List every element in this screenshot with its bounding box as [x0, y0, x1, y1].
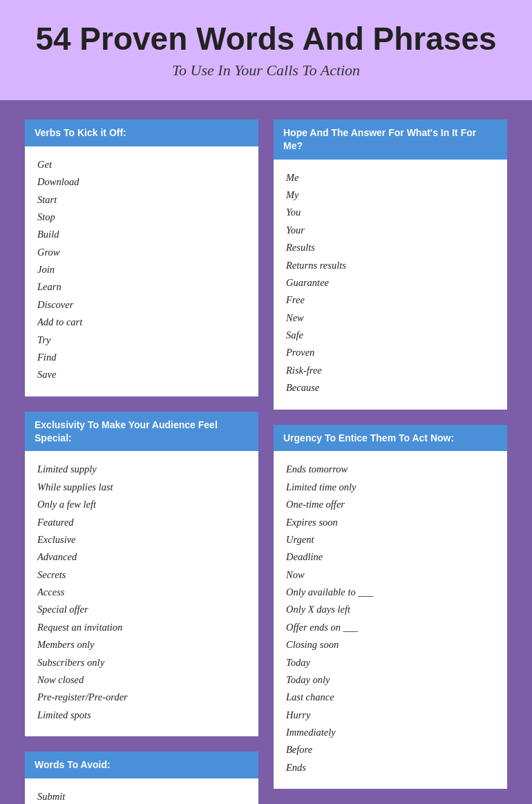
list-item: Submit — [37, 788, 246, 804]
list-item: One-time offer — [286, 496, 495, 513]
list-item: Start — [37, 191, 246, 209]
list-item: Access — [37, 584, 246, 601]
card-header-hope: Hope And The Answer For What's In It For… — [274, 119, 507, 160]
right-column: Hope And The Answer For What's In It For… — [274, 119, 507, 804]
list-item: While supplies last — [37, 479, 246, 496]
list-item: My — [286, 186, 495, 204]
list-item: Before — [286, 741, 495, 758]
list-item: Proven — [286, 344, 495, 361]
card-body-exclusivity: Limited supplyWhile supplies lastOnly a … — [25, 451, 258, 736]
card-exclusivity: Exclusivity To Make Your Audience Feel S… — [25, 412, 258, 736]
list-item: Join — [37, 261, 246, 278]
list-item: Get — [37, 156, 246, 173]
list-item: Because — [286, 379, 495, 396]
list-item: Limited time only — [286, 479, 495, 496]
left-column: Verbs To Kick it Off:GetDownloadStartSto… — [25, 119, 258, 804]
list-item: Add to cart — [37, 314, 246, 331]
list-item: Limited supply — [37, 461, 246, 478]
card-body-avoid: SubmitOrderOur/ours — [25, 778, 258, 804]
list-item: Stop — [37, 209, 246, 226]
list-item: Your — [286, 222, 495, 239]
list-item: New — [286, 309, 495, 327]
list-item: Download — [37, 173, 246, 191]
list-item: Discover — [37, 296, 246, 314]
card-header-exclusivity: Exclusivity To Make Your Audience Feel S… — [25, 412, 258, 452]
list-item: Request an invitation — [37, 619, 246, 636]
list-item: Only available to ___ — [286, 584, 495, 601]
list-item: Deadline — [286, 548, 495, 566]
card-list-exclusivity: Limited supplyWhile supplies lastOnly a … — [37, 461, 246, 724]
list-item: Returns results — [286, 257, 495, 274]
card-urgency: Urgency To Entice Them To Act Now:Ends t… — [274, 425, 507, 789]
card-body-verbs: GetDownloadStartStopBuildGrowJoinLearnDi… — [25, 146, 258, 396]
main-content: Verbs To Kick it Off:GetDownloadStartSto… — [0, 100, 532, 804]
list-item: Offer ends on ___ — [286, 619, 495, 636]
card-list-hope: MeMyYouYourResultsReturns resultsGuarant… — [286, 169, 495, 397]
card-body-urgency: Ends tomorrowLimited time onlyOne-time o… — [274, 451, 507, 789]
list-item: Secrets — [37, 566, 246, 584]
list-item: Now — [286, 566, 495, 584]
list-item: Learn — [37, 278, 246, 296]
page-title: 54 Proven Words And Phrases — [28, 21, 504, 57]
card-hope: Hope And The Answer For What's In It For… — [274, 119, 507, 410]
list-item: Only a few left — [37, 496, 246, 513]
list-item: Pre-register/Pre-order — [37, 689, 246, 706]
list-item: Today only — [286, 671, 495, 689]
list-item: Hurry — [286, 707, 495, 724]
list-item: Last chance — [286, 689, 495, 706]
card-header-verbs: Verbs To Kick it Off: — [25, 119, 258, 146]
list-item: Try — [37, 332, 246, 349]
list-item: Today — [286, 654, 495, 671]
list-item: Save — [37, 366, 246, 383]
list-item: Safe — [286, 327, 495, 344]
card-header-urgency: Urgency To Entice Them To Act Now: — [274, 425, 507, 452]
list-item: Risk-free — [286, 362, 495, 379]
list-item: Subscribers only — [37, 654, 246, 671]
list-item: Limited spots — [37, 707, 246, 724]
list-item: Free — [286, 291, 495, 309]
list-item: Find — [37, 349, 246, 366]
list-item: Results — [286, 239, 495, 256]
list-item: Guarantee — [286, 274, 495, 291]
card-verbs: Verbs To Kick it Off:GetDownloadStartSto… — [25, 119, 258, 396]
header: 54 Proven Words And Phrases To Use In Yo… — [0, 0, 532, 100]
list-item: Immediately — [286, 724, 495, 741]
card-list-avoid: SubmitOrderOur/ours — [37, 788, 246, 804]
list-item: Only X days left — [286, 601, 495, 618]
card-list-verbs: GetDownloadStartStopBuildGrowJoinLearnDi… — [37, 156, 246, 384]
page-subtitle: To Use In Your Calls To Action — [28, 61, 504, 79]
card-list-urgency: Ends tomorrowLimited time onlyOne-time o… — [286, 461, 495, 776]
list-item: Ends tomorrow — [286, 461, 495, 478]
card-avoid: Words To Avoid:SubmitOrderOur/ours — [25, 752, 258, 804]
list-item: Grow — [37, 244, 246, 261]
list-item: You — [286, 204, 495, 221]
list-item: Members only — [37, 636, 246, 653]
list-item: Build — [37, 226, 246, 243]
card-body-hope: MeMyYouYourResultsReturns resultsGuarant… — [274, 160, 507, 410]
list-item: Closing soon — [286, 636, 495, 653]
list-item: Exclusive — [37, 531, 246, 548]
list-item: Special offer — [37, 601, 246, 618]
list-item: Expires soon — [286, 514, 495, 531]
list-item: Advanced — [37, 548, 246, 566]
card-header-avoid: Words To Avoid: — [25, 752, 258, 778]
list-item: Urgent — [286, 531, 495, 548]
list-item: Ends — [286, 759, 495, 776]
list-item: Now closed — [37, 671, 246, 689]
list-item: Featured — [37, 514, 246, 531]
list-item: Me — [286, 169, 495, 186]
